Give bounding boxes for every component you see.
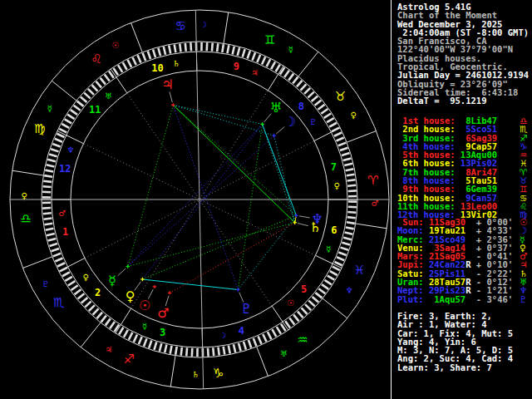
info-panel: Astrolog 5.41GChart of the MomentWed Dec… — [391, 0, 532, 399]
degree-tick — [65, 119, 72, 123]
sign-boundary — [224, 12, 229, 44]
degree-tick — [153, 49, 155, 57]
degree-tick — [329, 123, 337, 127]
degree-tick — [347, 217, 356, 218]
degree-tick — [88, 89, 94, 95]
degree-tick — [81, 298, 88, 303]
aspect-line-mercury-saturn — [128, 223, 295, 267]
planet-position-value: 1Aqu57 — [429, 294, 466, 304]
degree-tick — [92, 85, 98, 91]
degree-tick — [308, 301, 314, 307]
house-number-7: 7 — [331, 161, 337, 173]
degree-tick — [74, 289, 81, 294]
degree-tick — [293, 315, 298, 322]
planet-glyph-sun: ☉ — [139, 298, 150, 313]
planet-glyph-venus: ♀ — [126, 288, 135, 304]
degree-tick — [239, 343, 241, 352]
degree-tick — [267, 59, 271, 66]
planet-glyph-mars: ♂ — [157, 305, 169, 321]
degree-tick — [62, 272, 70, 276]
degree-tick — [55, 139, 62, 142]
degree-tick — [134, 335, 137, 342]
degree-tick — [43, 213, 52, 214]
degree-tick — [132, 57, 135, 65]
degree-tick — [233, 47, 234, 55]
degree-tick — [289, 318, 294, 325]
sign-boundary — [356, 224, 387, 229]
degree-tick — [238, 47, 240, 56]
planet-glyph-neptune: ♆ — [311, 211, 323, 227]
degree-tick — [332, 267, 340, 271]
planet-pointer-venus — [135, 282, 141, 291]
house-number-5: 5 — [301, 283, 307, 295]
planet-glyph-jupiter: ♃ — [161, 76, 173, 92]
degree-tick — [148, 52, 150, 59]
sign-glyph-libra: ♎ — [21, 211, 32, 226]
degree-tick — [89, 305, 95, 311]
aspect-line-saturn-uranus — [263, 124, 295, 222]
aspect-line-venus-pluto — [142, 279, 238, 289]
header-line-12: DeltaT = 95.1219 — [397, 96, 532, 105]
degree-tick — [52, 144, 60, 147]
degree-tick — [84, 93, 90, 99]
house-number-4: 4 — [239, 325, 244, 337]
house-number-11: 11 — [89, 104, 101, 116]
degree-tick — [271, 62, 275, 69]
degree-tick — [324, 280, 331, 284]
degree-tick — [43, 186, 52, 187]
degree-tick — [313, 297, 319, 303]
planet-icon: ♇ — [520, 295, 527, 304]
degree-tick — [322, 284, 328, 289]
degree-tick — [298, 312, 303, 318]
degree-tick — [185, 43, 186, 52]
degree-tick — [277, 327, 281, 334]
degree-tick — [208, 348, 209, 357]
house-ruler-pluto-icon: ♇ — [309, 117, 317, 126]
sign-boundary — [347, 131, 376, 142]
degree-tick — [257, 55, 260, 62]
planet-glyph-moon: ☽ — [284, 114, 296, 130]
degree-tick — [51, 149, 58, 151]
degree-tick — [337, 137, 344, 140]
degree-tick — [229, 346, 230, 354]
sign-boundary — [12, 170, 44, 175]
degree-tick — [345, 233, 353, 234]
degree-tick — [338, 253, 346, 256]
house-number-12: 12 — [59, 163, 71, 175]
sign-glyph-taurus: ♉ — [335, 89, 346, 104]
sign-boundary — [298, 52, 318, 76]
degree-tick — [268, 332, 272, 339]
degree-tick — [217, 43, 218, 52]
degree-tick — [308, 92, 313, 98]
house-ruler-jupiter-icon: ♃ — [251, 68, 259, 77]
aspect-line-uranus-neptune — [263, 124, 297, 215]
degree-tick — [243, 49, 245, 57]
degree-tick — [110, 322, 115, 328]
sign-glyph-sagittarius: ♐ — [124, 352, 135, 367]
stats-block: Fire: 3, Earth: 2,Air : 1, Water: 4Car: … — [397, 312, 532, 372]
degree-tick — [190, 42, 191, 51]
sign-ruler-mars-icon: ♂ — [371, 199, 378, 208]
chart-header: Astrolog 5.41GChart of the MomentWed Dec… — [397, 2, 532, 106]
degree-tick — [119, 328, 123, 335]
degree-tick — [65, 277, 72, 281]
sign-ruler-venus-icon: ♀ — [350, 111, 356, 120]
sign-ruler-mercury-icon: ☿ — [288, 45, 293, 54]
degree-tick — [170, 346, 172, 354]
degree-tick — [49, 244, 57, 246]
degree-tick — [81, 97, 87, 103]
planet-glyph-mercury: ☿ — [108, 273, 116, 288]
degree-tick — [96, 81, 101, 88]
degree-tick — [338, 143, 346, 146]
sign-boundary — [81, 323, 101, 347]
house-number-8: 8 — [298, 101, 304, 112]
degree-tick — [218, 347, 219, 356]
degree-tick — [165, 345, 166, 353]
degree-tick — [346, 227, 354, 229]
astrolog-window: ♈♂♉♀♊☿♋☽♌☉♍☿♎♀♏♇♐♃♑♄♒♅♓♆1♂2♀3☿4☽5☉6☿7♀8♇… — [0, 0, 532, 399]
degree-tick — [93, 308, 99, 314]
degree-tick — [263, 334, 266, 342]
degree-tick — [49, 154, 57, 156]
sign-glyph-pisces: ♓ — [353, 263, 364, 278]
degree-tick — [304, 88, 310, 94]
